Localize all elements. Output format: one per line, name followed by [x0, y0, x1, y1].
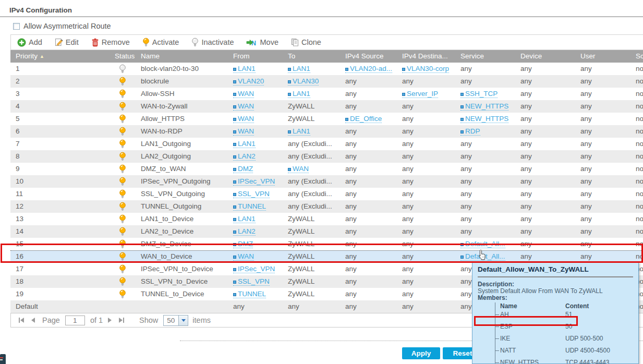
table-row[interactable]: 11SSL_VPN_OutgoingSSL_VPNany (Excludi...…: [10, 188, 643, 200]
object-link[interactable]: LAN1: [233, 215, 256, 223]
next-page-button[interactable]: [108, 318, 112, 323]
table-row[interactable]: 6WAN-to-RDPWANLAN1anyanyRDPanyanynone: [10, 125, 643, 138]
first-page-button[interactable]: [18, 318, 24, 323]
object-link[interactable]: IPSec_VPN: [233, 177, 275, 186]
object-link[interactable]: IPSec_VPN: [233, 265, 275, 273]
toolbar-button-label: Add: [29, 38, 42, 46]
column-header-from[interactable]: From: [228, 50, 283, 63]
cell-user: any: [575, 200, 630, 213]
object-link[interactable]: DMZ: [233, 165, 253, 173]
add-icon: [17, 38, 26, 47]
dropdown-button[interactable]: [178, 316, 188, 325]
last-page-button[interactable]: [119, 318, 125, 323]
table-row[interactable]: 10IPSec_VPN_OutgoingIPSec_VPNany (Exclud…: [10, 175, 643, 188]
object-link[interactable]: NEW_HTTPS: [460, 102, 508, 111]
object-link[interactable]: LAN2: [233, 152, 256, 161]
object-link[interactable]: SSH_TCP: [460, 90, 498, 98]
apply-button[interactable]: Apply: [402, 347, 440, 359]
object-link[interactable]: LAN1: [288, 65, 310, 73]
column-header-schedule[interactable]: Schedule: [630, 50, 643, 63]
table-row[interactable]: 12TUNNEL_OutgoingTUNNELany (Excludi...an…: [10, 200, 643, 213]
cell-src: VLAN20-ad...: [340, 63, 397, 75]
object-link[interactable]: VLAN30-corp: [402, 65, 449, 73]
object-link[interactable]: RDP: [460, 127, 480, 136]
table-row[interactable]: 8LAN2_OutgoingLAN2any (Excludi...anyanya…: [10, 150, 643, 163]
object-link[interactable]: TUNNEL: [233, 290, 266, 298]
object-link[interactable]: VLAN30: [288, 77, 319, 86]
cell-device: any: [515, 63, 575, 75]
object-ref-icon: [233, 118, 236, 121]
move-button[interactable]: NMove: [246, 38, 278, 46]
object-link[interactable]: SSL_VPN: [233, 277, 270, 286]
object-link[interactable]: LAN2: [233, 227, 256, 236]
column-header-priority[interactable]: Priority▲: [10, 50, 110, 63]
column-header-dst[interactable]: IPv4 Destina...: [397, 50, 455, 63]
object-ref-icon: [233, 193, 236, 196]
column-header-user[interactable]: User: [575, 50, 630, 63]
column-header-src[interactable]: IPv4 Source: [340, 50, 397, 63]
object-link[interactable]: NEW_HTTPS: [460, 115, 508, 123]
column-header-name[interactable]: Name: [136, 50, 228, 63]
table-row[interactable]: 4WAN-to-ZywallWANZyWALLanyanyNEW_HTTPSan…: [10, 100, 643, 113]
object-link-label: SSL_VPN: [238, 277, 270, 285]
column-header-to[interactable]: To: [283, 50, 340, 63]
object-link[interactable]: LAN1: [233, 65, 256, 73]
object-link[interactable]: WAN: [233, 102, 254, 111]
table-row[interactable]: 7LAN1_OutgoingLAN1any (Excludi...anyanya…: [10, 138, 643, 150]
column-header-status[interactable]: Status: [110, 50, 136, 63]
clone-button[interactable]: Clone: [291, 38, 321, 46]
cell-service: any: [455, 175, 515, 188]
table-row[interactable]: 9DMZ_to_WANDMZWANanyanyanyanyanynone: [10, 163, 643, 175]
page-size-select[interactable]: 50: [163, 315, 188, 326]
object-ref-icon: [233, 218, 236, 221]
edit-button[interactable]: Edit: [55, 38, 79, 46]
table-row[interactable]: 14LAN2_to_DeviceLAN2ZyWALLanyanyanyanyan…: [10, 225, 643, 238]
object-link-label: LAN1: [293, 127, 310, 135]
table-row[interactable]: 13LAN1_to_DeviceLAN1ZyWALLanyanyanyanyan…: [10, 213, 643, 225]
object-link[interactable]: LAN1: [233, 140, 256, 148]
cell-dst: any: [397, 75, 455, 88]
cell-name: blockrule: [136, 75, 228, 88]
activate-button[interactable]: Activate: [142, 38, 179, 47]
object-link[interactable]: WAN: [233, 90, 254, 98]
cell-src: any: [340, 138, 397, 150]
cell-to: VLAN30: [283, 75, 340, 88]
remove-button[interactable]: Remove: [91, 38, 130, 47]
cell-priority: 13: [10, 213, 110, 225]
object-link[interactable]: LAN1: [288, 127, 310, 136]
inactivate-button[interactable]: Inactivate: [191, 38, 234, 47]
cell-service: SSH_TCP: [455, 88, 515, 100]
prev-page-button[interactable]: [31, 318, 35, 323]
object-link[interactable]: DE_Office: [345, 115, 382, 123]
table-row[interactable]: 3Allow-SSHWANLAN1anyServer_IPSSH_TCPanya…: [10, 88, 643, 100]
object-link-label: LAN1: [238, 65, 256, 72]
object-ref-icon: [233, 130, 236, 134]
cell-from: VLAN20: [228, 75, 283, 88]
cell-schedule: none: [630, 175, 643, 188]
activate-icon: [142, 38, 150, 47]
object-link[interactable]: WAN: [288, 165, 309, 173]
cell-user: any: [575, 88, 630, 100]
cell-to: ZyWALL: [283, 288, 340, 300]
object-link[interactable]: TUNNEL: [233, 202, 266, 211]
object-link[interactable]: Server_IP: [402, 90, 438, 98]
object-link[interactable]: VLAN20-ad...: [345, 65, 392, 73]
table-row[interactable]: 2blockruleVLAN20VLAN30anyanyanyanyanynon…: [10, 75, 643, 88]
object-link[interactable]: WAN: [233, 127, 254, 136]
column-header-device[interactable]: Device: [515, 50, 575, 63]
object-link[interactable]: VLAN20: [233, 77, 264, 86]
object-link[interactable]: SSL_VPN: [233, 190, 270, 198]
object-ref-icon: [402, 68, 405, 71]
column-header-service[interactable]: Service: [455, 50, 515, 63]
allow-asymmetrical-route-checkbox[interactable]: [13, 23, 20, 30]
cell-schedule: none: [630, 125, 643, 138]
corner-app-icon[interactable]: [0, 354, 6, 364]
page-input[interactable]: [65, 316, 85, 325]
add-button[interactable]: Add: [17, 38, 42, 47]
table-row[interactable]: 1block-vlan20-to-30LAN1LAN1VLAN20-ad...V…: [10, 63, 643, 75]
table-row[interactable]: 5Allow_HTTPSWANZyWALLDE_OfficeanyNEW_HTT…: [10, 113, 643, 125]
cell-dst: any: [397, 225, 455, 238]
object-link[interactable]: WAN: [233, 115, 254, 123]
member-name: IKE: [496, 335, 510, 342]
object-link[interactable]: LAN1: [288, 90, 310, 98]
